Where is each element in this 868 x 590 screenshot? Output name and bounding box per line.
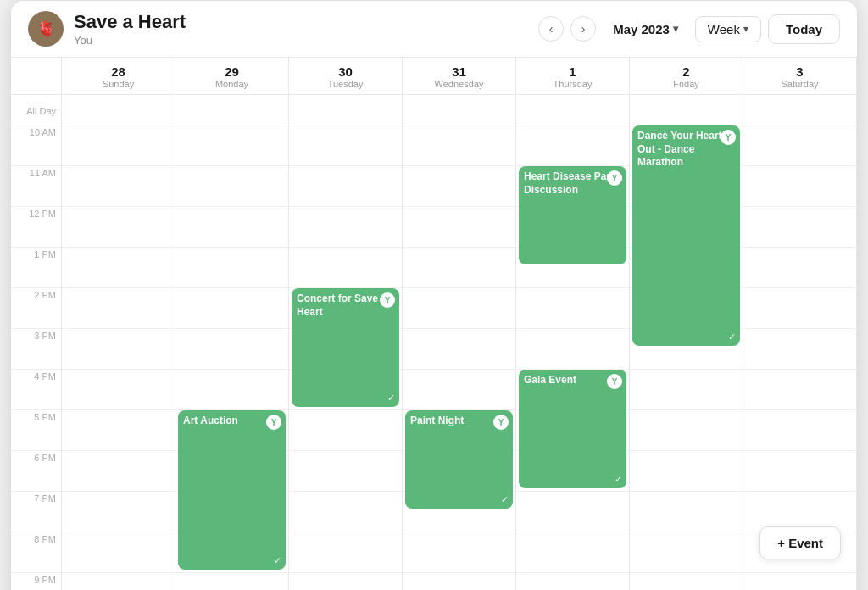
time-12pm: 12 PM xyxy=(11,207,61,248)
calendar-header: 🫀 Save a Heart You ‹ › May 2023 ▾ Week ▾… xyxy=(11,1,857,58)
org-info: Save a Heart You xyxy=(74,11,528,46)
event-concert-badge: Y xyxy=(380,292,395,308)
week-dropdown-arrow: ▾ xyxy=(743,23,748,35)
time-4pm: 4 PM xyxy=(11,370,61,410)
day-header-thu: 1 Thursday xyxy=(516,58,630,94)
time-5pm: 5 PM xyxy=(11,410,61,451)
event-heart-disease[interactable]: Heart Disease Panel Discussion Y xyxy=(519,166,626,264)
event-gala[interactable]: Gala Event Y ✓ xyxy=(519,370,626,488)
time-gutter-header xyxy=(11,58,62,94)
day-header-sun: 28 Sunday xyxy=(62,58,175,94)
day-col-tuesday: Concert for Save a Heart Y ✓ xyxy=(289,95,403,590)
day-header-tue: 30 Tuesday xyxy=(289,58,403,94)
time-9pm: 9 PM xyxy=(11,573,61,590)
calendar-grid: 28 Sunday 29 Monday 30 Tuesday 31 Wednes… xyxy=(11,58,857,590)
event-paint-night-check: ✓ xyxy=(501,494,509,505)
calendar-container: 🫀 Save a Heart You ‹ › May 2023 ▾ Week ▾… xyxy=(10,0,858,590)
header-controls: ‹ › May 2023 ▾ Week ▾ Today xyxy=(538,14,840,44)
day-header-fri: 2 Friday xyxy=(630,58,743,94)
day-col-friday: Dance Your Heart Out - Dance Marathon Y … xyxy=(630,95,743,590)
event-paint-night[interactable]: Paint Night Y ✓ xyxy=(405,410,513,509)
event-art-auction-check: ✓ xyxy=(274,555,281,566)
month-selector-button[interactable]: May 2023 ▾ xyxy=(603,17,688,42)
next-nav-button[interactable]: › xyxy=(570,16,596,42)
week-label: Week xyxy=(708,22,740,36)
event-dance-marathon-badge: Y xyxy=(721,130,736,145)
org-subtitle: You xyxy=(74,34,528,47)
day-header-sat: 3 Saturday xyxy=(743,58,857,94)
org-name: Save a Heart xyxy=(74,11,528,33)
add-event-button[interactable]: + Event xyxy=(760,526,841,559)
prev-nav-button[interactable]: ‹ xyxy=(538,16,564,42)
event-concert[interactable]: Concert for Save a Heart Y ✓ xyxy=(292,288,399,407)
event-concert-check: ✓ xyxy=(387,392,395,404)
day-col-saturday xyxy=(743,95,857,590)
day-col-thursday: Heart Disease Panel Discussion Y Gala Ev… xyxy=(516,95,630,590)
month-dropdown-arrow: ▾ xyxy=(673,23,678,35)
time-10am: 10 AM xyxy=(11,125,61,166)
time-6pm: 6 PM xyxy=(11,451,61,492)
day-col-monday: Art Auction Y ✓ xyxy=(175,95,289,590)
day-header-mon: 29 Monday xyxy=(175,58,289,94)
time-3pm: 3 PM xyxy=(11,329,61,370)
time-allday: All Day xyxy=(11,95,61,125)
event-gala-badge: Y xyxy=(607,374,622,389)
event-gala-check: ✓ xyxy=(615,474,622,485)
day-headers-row: 28 Sunday 29 Monday 30 Tuesday 31 Wednes… xyxy=(11,58,857,95)
time-8pm: 8 PM xyxy=(11,532,61,573)
time-column: All Day 10 AM 11 AM 12 PM 1 PM 2 PM 3 PM… xyxy=(11,95,62,590)
avatar: 🫀 xyxy=(28,11,64,47)
event-heart-disease-badge: Y xyxy=(607,170,622,186)
event-dance-marathon-check: ✓ xyxy=(728,331,736,342)
grid-body: All Day 10 AM 11 AM 12 PM 1 PM 2 PM 3 PM… xyxy=(11,95,857,590)
month-label: May 2023 xyxy=(613,22,670,36)
event-art-auction[interactable]: Art Auction Y ✓ xyxy=(178,410,286,570)
week-selector-button[interactable]: Week ▾ xyxy=(695,16,761,42)
event-dance-marathon[interactable]: Dance Your Heart Out - Dance Marathon Y … xyxy=(632,125,740,346)
day-col-wednesday: Paint Night Y ✓ xyxy=(403,95,516,590)
today-button[interactable]: Today xyxy=(768,14,840,44)
time-2pm: 2 PM xyxy=(11,288,61,329)
day-header-wed: 31 Wednesday xyxy=(403,58,516,94)
event-art-auction-badge: Y xyxy=(266,415,281,430)
event-paint-night-badge: Y xyxy=(493,415,509,430)
day-col-sunday xyxy=(62,95,175,590)
time-11am: 11 AM xyxy=(11,166,61,207)
time-7pm: 7 PM xyxy=(11,492,61,532)
time-1pm: 1 PM xyxy=(11,248,61,288)
